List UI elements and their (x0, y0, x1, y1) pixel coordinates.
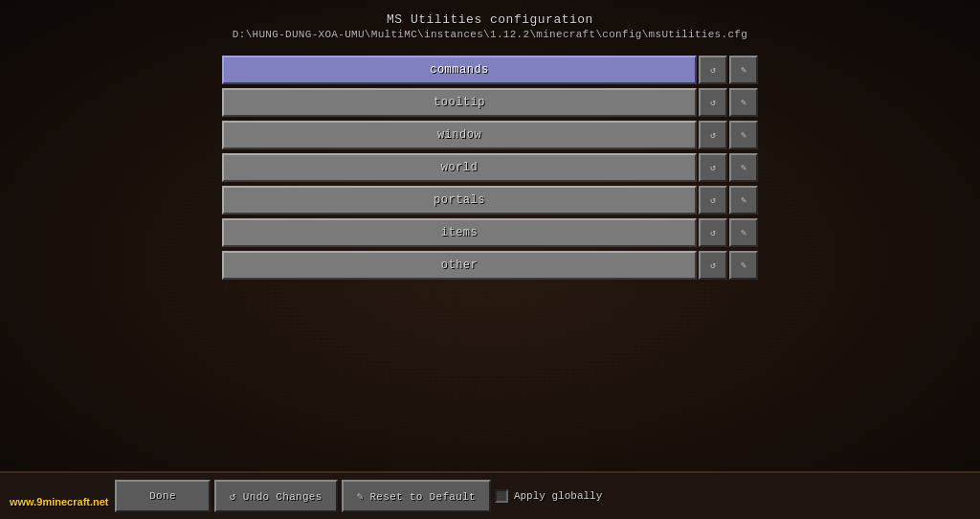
menu-row-other: other↺✎ (222, 251, 758, 280)
reset-icon-other[interactable]: ↺ (699, 251, 727, 280)
menu-item-other[interactable]: other (222, 251, 697, 280)
reset-icon-portals[interactable]: ↺ (699, 186, 727, 214)
menu-item-portals[interactable]: portals (222, 186, 697, 214)
menu-item-commands[interactable]: commands (222, 56, 697, 84)
window-title: MS Utilities configuration (233, 11, 747, 29)
edit-icon-other[interactable]: ✎ (729, 251, 758, 280)
reset-icon-commands[interactable]: ↺ (699, 56, 727, 84)
menu-row-items: items↺✎ (222, 218, 758, 247)
watermark: www.9minecraft.net (10, 496, 109, 508)
edit-icon-portals[interactable]: ✎ (729, 186, 758, 214)
title-area: MS Utilities configuration D:\HUNG-DUNG-… (233, 11, 747, 40)
watermark-highlight: 9minecraft (36, 496, 90, 508)
reset-icon-window[interactable]: ↺ (699, 121, 727, 149)
reset-icon-world[interactable]: ↺ (699, 153, 727, 182)
window-path: D:\HUNG-DUNG-XOA-UMU\MultiMC\instances\1… (233, 29, 747, 40)
edit-icon-commands[interactable]: ✎ (729, 56, 758, 84)
menu-item-tooltip[interactable]: tooltip (222, 88, 697, 117)
menu-item-items[interactable]: items (222, 218, 697, 247)
watermark-text: www. (10, 496, 36, 508)
menu-row-commands: commands↺✎ (222, 56, 758, 84)
edit-icon-tooltip[interactable]: ✎ (729, 88, 758, 117)
main-container: MS Utilities configuration D:\HUNG-DUNG-… (0, 0, 980, 519)
edit-icon-window[interactable]: ✎ (729, 121, 758, 149)
menu-row-window: window↺✎ (222, 121, 758, 149)
reset-icon-items[interactable]: ↺ (699, 218, 727, 247)
menu-item-window[interactable]: window (222, 121, 697, 149)
menu-list: commands↺✎tooltip↺✎window↺✎world↺✎portal… (222, 56, 758, 280)
menu-row-world: world↺✎ (222, 153, 758, 182)
watermark-suffix: .net (90, 496, 109, 508)
edit-icon-world[interactable]: ✎ (729, 153, 758, 182)
menu-item-world[interactable]: world (222, 153, 697, 182)
reset-icon-tooltip[interactable]: ↺ (699, 88, 727, 117)
menu-row-portals: portals↺✎ (222, 186, 758, 214)
menu-row-tooltip: tooltip↺✎ (222, 88, 758, 117)
edit-icon-items[interactable]: ✎ (729, 218, 758, 247)
